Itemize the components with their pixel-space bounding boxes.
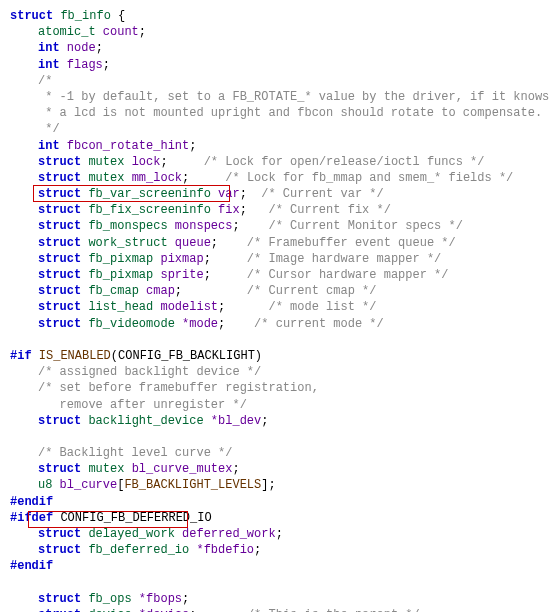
code-block: struct fb_info { atomic_t count; int nod… (10, 8, 545, 612)
code-line: struct mutex bl_curve_mutex; (10, 461, 545, 477)
code-line: * a lcd is not mounted upright and fbcon… (10, 105, 545, 121)
code-line: #if IS_ENABLED(CONFIG_FB_BACKLIGHT) (10, 348, 545, 364)
code-line: struct fb_var_screeninfo var; /* Current… (10, 186, 545, 202)
code-line: #endif (10, 494, 545, 510)
code-line: #endif (10, 558, 545, 574)
type: atomic_t (38, 25, 96, 39)
code-line: remove after unregister */ (10, 397, 545, 413)
code-line (10, 332, 545, 348)
type: fb_info (60, 9, 110, 23)
code-line: */ (10, 121, 545, 137)
comment: /* (38, 74, 52, 88)
code-line: struct fb_videomode *mode; /* current mo… (10, 316, 545, 332)
code-line: struct fb_ops *fbops; (10, 591, 545, 607)
code-line: struct device *device; /* This is the pa… (10, 607, 545, 612)
code-line: struct fb_info { (10, 8, 545, 24)
code-line: #ifdef CONFIG_FB_DEFERRED_IO (10, 510, 545, 526)
code-line: /* assigned backlight device */ (10, 364, 545, 380)
code-line: struct fb_pixmap pixmap; /* Image hardwa… (10, 251, 545, 267)
code-line: struct fb_monspecs monspecs; /* Current … (10, 218, 545, 234)
code-line: struct backlight_device *bl_dev; (10, 413, 545, 429)
code-line: struct fb_cmap cmap; /* Current cmap */ (10, 283, 545, 299)
code-line: struct delayed_work deferred_work; (10, 526, 545, 542)
code-line: /* (10, 73, 545, 89)
code-line: int flags; (10, 57, 545, 73)
code-line: * -1 by default, set to a FB_ROTATE_* va… (10, 89, 545, 105)
identifier: count (103, 25, 139, 39)
code-line: struct mutex lock; /* Lock for open/rele… (10, 154, 545, 170)
code-line: struct work_struct queue; /* Framebuffer… (10, 235, 545, 251)
code-line (10, 575, 545, 591)
code-line: int fbcon_rotate_hint; (10, 138, 545, 154)
code-line: int node; (10, 40, 545, 56)
code-line: struct fb_fix_screeninfo fix; /* Current… (10, 202, 545, 218)
code-line: struct mutex mm_lock; /* Lock for fb_mma… (10, 170, 545, 186)
code-line: /* set before framebuffer registration, (10, 380, 545, 396)
keyword: struct (10, 9, 53, 23)
code-line (10, 429, 545, 445)
code-line: atomic_t count; (10, 24, 545, 40)
code-line: struct fb_deferred_io *fbdefio; (10, 542, 545, 558)
code-line: struct list_head modelist; /* mode list … (10, 299, 545, 315)
code-line: u8 bl_curve[FB_BACKLIGHT_LEVELS]; (10, 477, 545, 493)
code-line: struct fb_pixmap sprite; /* Cursor hardw… (10, 267, 545, 283)
code-line: /* Backlight level curve */ (10, 445, 545, 461)
